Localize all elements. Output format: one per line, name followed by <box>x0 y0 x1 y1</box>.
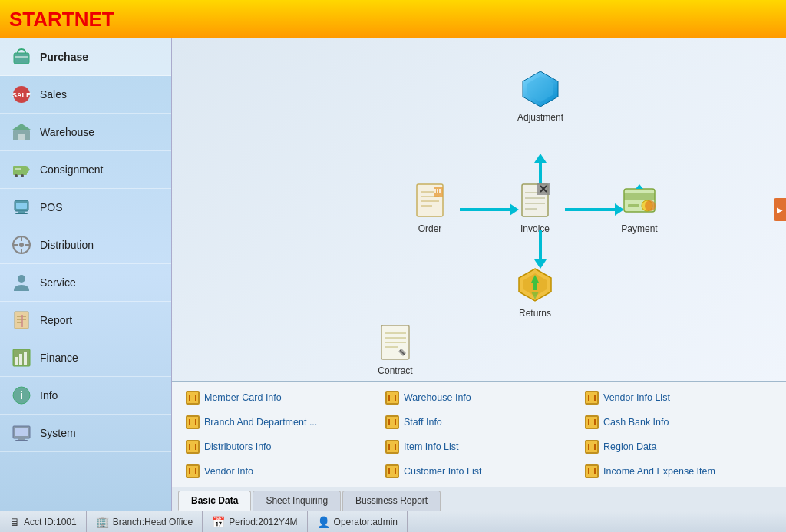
logo-highlight: T <box>22 8 33 31</box>
distribution-icon <box>11 234 32 256</box>
svg-point-55 <box>645 200 656 211</box>
tab-basic-data[interactable]: Basic Data <box>178 491 251 511</box>
svg-text:i: i <box>20 389 23 401</box>
status-operator: 👤 Operator:admin <box>308 511 408 532</box>
status-branch: 🏢 Branch:Head Office <box>87 511 203 532</box>
info-vendor-list[interactable]: Vendor Info List <box>579 387 778 408</box>
income-expense-bullet <box>585 464 599 478</box>
info-warehouse[interactable]: Warehouse Info <box>379 387 579 408</box>
sidebar-label-pos: POS <box>40 201 63 213</box>
sidebar-item-purchase[interactable]: Purchase <box>0 38 171 76</box>
pos-icon <box>11 197 32 218</box>
invoice-node[interactable]: Invoice <box>515 180 555 234</box>
member-card-bullet <box>186 391 200 405</box>
info-customer-list[interactable]: Customer Info List <box>379 461 579 482</box>
customer-list-bullet <box>385 464 399 478</box>
main-layout: Purchase SALE Sales Warehouse <box>0 38 786 511</box>
info-vendor[interactable]: Vendor Info <box>180 461 379 482</box>
sidebar-label-finance: Finance <box>40 352 78 364</box>
info-distributors[interactable]: Distributors Info <box>180 436 379 458</box>
branch-dept-bullet <box>186 415 200 429</box>
info-region-data[interactable]: Region Data <box>579 436 778 458</box>
order-node[interactable]: Order <box>410 180 450 234</box>
svg-rect-14 <box>15 213 28 214</box>
svg-rect-30 <box>19 354 22 365</box>
statusbar: 🖥 Acct ID:1001 🏢 Branch:Head Office 📅 Pe… <box>0 511 786 532</box>
info-income-expense[interactable]: Income And Expense Item <box>579 461 778 482</box>
scroll-right-indicator[interactable]: ▶ <box>774 198 786 221</box>
consignment-icon <box>11 159 32 180</box>
distributors-bullet <box>186 440 200 454</box>
svg-rect-23 <box>15 312 28 329</box>
header: STARTNET <box>0 0 786 38</box>
order-label: Order <box>418 223 442 234</box>
sidebar-item-report[interactable]: Report <box>0 302 171 339</box>
svg-marker-5 <box>12 124 31 130</box>
sidebar-item-service[interactable]: Service <box>0 264 171 302</box>
svg-marker-8 <box>27 166 30 173</box>
sales-icon: SALE <box>11 84 32 105</box>
sidebar-item-system[interactable]: System <box>0 415 171 452</box>
payment-icon <box>619 180 659 220</box>
svg-rect-15 <box>16 203 27 209</box>
info-staff[interactable]: Staff Info <box>379 411 579 433</box>
sidebar-label-distribution: Distribution <box>40 239 94 251</box>
svg-point-11 <box>21 174 24 177</box>
tab-sheet-inquiring[interactable]: Sheet Inquiring <box>253 491 341 511</box>
info-cash-bank[interactable]: Cash Bank Info <box>579 411 778 433</box>
sidebar-item-info[interactable]: i Info <box>0 377 171 415</box>
payment-node[interactable]: Payment <box>619 180 659 234</box>
svg-rect-6 <box>18 134 25 140</box>
order-icon <box>410 180 450 220</box>
warehouse-icon <box>11 121 32 143</box>
adjustment-icon <box>520 69 560 109</box>
sidebar-item-warehouse[interactable]: Warehouse <box>0 114 171 151</box>
info-branch-dept[interactable]: Branch And Department ... <box>180 411 379 433</box>
svg-rect-61 <box>533 283 537 290</box>
period-icon: 📅 <box>212 516 225 528</box>
content-area: Adjustment <box>172 38 786 511</box>
sidebar: Purchase SALE Sales Warehouse <box>0 38 172 511</box>
status-acct: 🖥 Acct ID:1001 <box>0 511 87 532</box>
svg-point-17 <box>19 243 24 247</box>
svg-rect-0 <box>14 53 29 64</box>
operator-icon: 👤 <box>317 516 330 528</box>
info-member-card[interactable]: Member Card Info <box>180 387 379 408</box>
arrow-invoice-to-returns <box>534 230 547 269</box>
svg-rect-35 <box>15 428 28 436</box>
branch-icon: 🏢 <box>96 516 109 528</box>
bottom-panel: Member Card Info Warehouse Info Vendor I… <box>172 381 786 511</box>
svg-rect-37 <box>15 440 28 441</box>
tab-business-report[interactable]: Bussiness Report <box>342 491 441 511</box>
adjustment-label: Adjustment <box>517 112 563 123</box>
logo: STARTNET <box>9 8 114 31</box>
sidebar-item-sales[interactable]: SALE Sales <box>0 76 171 114</box>
tab-bar: Basic Data Sheet Inquiring Bussiness Rep… <box>172 487 786 511</box>
sidebar-item-consignment[interactable]: Consignment <box>0 151 171 189</box>
logo-rest: ARTNET <box>33 8 114 31</box>
invoice-icon <box>515 180 555 220</box>
sidebar-item-pos[interactable]: POS <box>0 189 171 226</box>
info-icon: i <box>11 385 32 406</box>
sidebar-item-finance[interactable]: Finance <box>0 339 171 377</box>
arrow-order-to-invoice <box>460 203 519 216</box>
svg-marker-57 <box>636 184 643 189</box>
returns-icon <box>515 265 555 305</box>
status-period: 📅 Period:2012Y4M <box>203 511 307 532</box>
flow-area: Adjustment <box>172 38 786 381</box>
arrow-invoice-to-payment <box>565 203 624 216</box>
contract-node[interactable]: Contract <box>375 322 415 376</box>
info-item-list[interactable]: Item Info List <box>379 436 579 458</box>
svg-rect-1 <box>15 56 28 58</box>
warehouse-bullet <box>385 391 399 405</box>
vendor-bullet <box>186 464 200 478</box>
returns-node[interactable]: Returns <box>515 265 555 319</box>
contract-label: Contract <box>378 365 412 376</box>
contract-icon <box>375 322 415 362</box>
svg-text:SALE: SALE <box>12 91 31 99</box>
sidebar-item-distribution[interactable]: Distribution <box>0 226 171 264</box>
svg-rect-36 <box>18 438 25 440</box>
acct-icon: 🖥 <box>9 516 20 528</box>
region-data-bullet <box>585 440 599 454</box>
adjustment-node[interactable]: Adjustment <box>517 69 563 123</box>
